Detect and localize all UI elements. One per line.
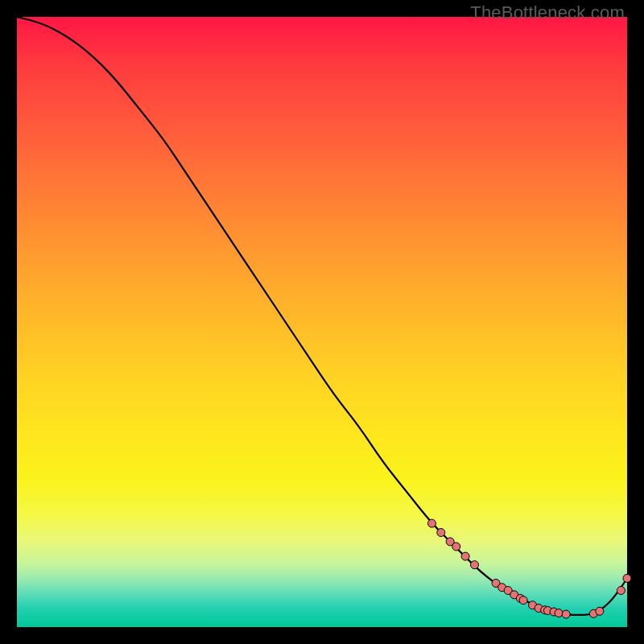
curve-marker (452, 543, 460, 551)
curve-marker (461, 552, 469, 560)
curve-marker (471, 561, 479, 569)
curve-marker (427, 519, 436, 527)
curve-marker (617, 587, 625, 595)
curve-marker (562, 610, 570, 618)
curve-marker (623, 574, 631, 582)
bottleneck-curve (17, 17, 627, 615)
curve-marker (555, 609, 563, 617)
chart-svg (17, 17, 627, 627)
curve-markers (427, 519, 631, 618)
curve-marker (437, 529, 445, 537)
curve-marker (519, 597, 527, 605)
curve-marker (596, 607, 604, 615)
